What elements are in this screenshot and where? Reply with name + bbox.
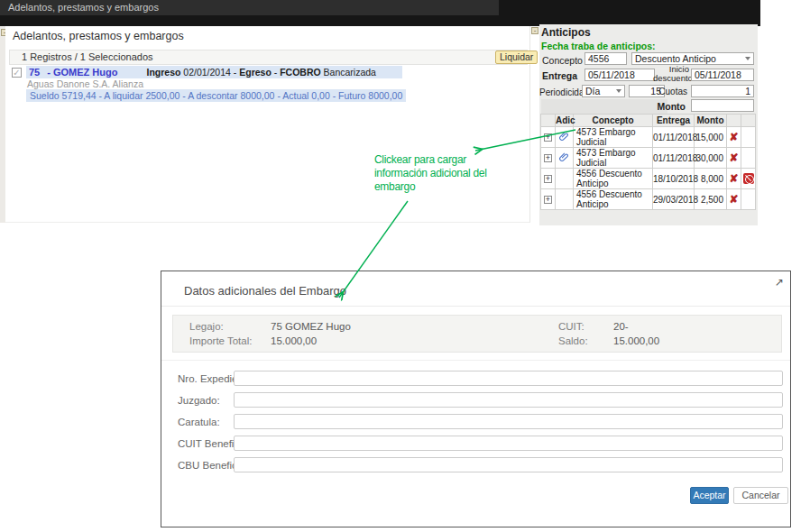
table-row: 4556 Descuento Anticipo 29/03/2018 2,500… xyxy=(541,189,756,210)
cell-entrega: 18/10/2018 xyxy=(653,169,695,189)
expand-row-icon[interactable] xyxy=(544,154,552,162)
expand-row-icon[interactable] xyxy=(544,133,552,142)
table-header-spacer xyxy=(741,115,756,127)
modal-info-box: Legajo: 75 GOMEZ Hugo Importe Total: 15.… xyxy=(172,315,782,353)
concepto-select[interactable]: Descuento Anticipo xyxy=(631,52,754,65)
collapse-anticipos-icon[interactable] xyxy=(531,27,538,34)
employee-id: 75 xyxy=(29,67,40,78)
records-summary: 1 Registros / 1 Seleccionados xyxy=(22,51,153,62)
paperclip-adic-icon[interactable] xyxy=(559,152,569,162)
cuit-label: CUIT: xyxy=(558,321,584,332)
periodicidad-select[interactable]: Día xyxy=(582,85,625,97)
table-header-monto: Monto xyxy=(695,115,727,127)
annotation-note: Clickear para cargar información adicion… xyxy=(374,153,499,194)
periodicidad-select-value: Día xyxy=(585,86,600,96)
chevron-down-icon xyxy=(616,89,621,93)
cell-entrega: 01/11/2018 xyxy=(653,127,695,148)
saldo-label: Saldo: xyxy=(558,335,588,346)
delete-row-icon[interactable]: ✘ xyxy=(727,189,741,210)
employee-name: - GOMEZ Hugo xyxy=(47,67,117,78)
cell-monto: 8,000 xyxy=(695,169,727,189)
chevron-down-icon xyxy=(745,57,750,60)
cell-concepto: 4556 Descuento Anticipo xyxy=(574,169,653,189)
importe-total-value: 15.000,00 xyxy=(271,335,317,346)
anticipos-table: Adic Concepto Entrega Monto 4573 Embargo… xyxy=(540,114,756,210)
cell-concepto: 4556 Descuento Anticipo xyxy=(574,189,653,210)
record-checkbox[interactable] xyxy=(12,68,22,78)
employee-company: Aguas Danone S.A. Alianza xyxy=(27,78,143,89)
nro-expediente-input[interactable] xyxy=(234,371,783,386)
entrega-input[interactable] xyxy=(584,69,655,81)
legajo-value: 75 GOMEZ Hugo xyxy=(271,321,351,332)
cuit-value: 20- xyxy=(613,321,629,332)
window-title: Adelantos, prestamos y embargos xyxy=(0,0,499,15)
cuotas-input[interactable] xyxy=(691,85,754,97)
cell-monto: 15,000 xyxy=(695,127,727,148)
anticipos-title: Anticipos xyxy=(541,26,591,39)
monto-input[interactable] xyxy=(691,99,754,112)
cancelar-button[interactable]: Cancelar xyxy=(733,487,788,504)
modal-separator xyxy=(161,360,790,361)
table-row: 4556 Descuento Anticipo 18/10/2018 8,000… xyxy=(541,169,756,189)
paperclip-adic-icon[interactable] xyxy=(559,132,569,142)
table-row: 4573 Embargo Judicial 01/11/2018 15,000 … xyxy=(541,127,756,148)
cuit-beneficiario-input[interactable] xyxy=(234,436,783,451)
page-title: Adelantos, prestamos y embargos xyxy=(13,30,184,42)
juzgado-label: Juzgado: xyxy=(178,395,220,406)
blocked-icon[interactable] xyxy=(743,173,754,184)
anticipos-subtitle: Fecha traba de anticipos: xyxy=(541,41,656,51)
table-header-adic: Adic xyxy=(556,115,574,127)
concepto-label: Concepto xyxy=(542,55,583,66)
modal-expand-icon[interactable]: ↗ xyxy=(775,276,784,289)
liquidar-button[interactable]: Liquidar xyxy=(495,50,538,64)
importe-total-label: Importe Total: xyxy=(189,335,252,346)
expand-row-icon[interactable] xyxy=(544,196,552,204)
entrega-label: Entrega xyxy=(542,70,577,81)
cell-entrega: 01/11/2018 xyxy=(653,148,695,169)
delete-row-icon[interactable]: ✘ xyxy=(727,127,741,148)
delete-row-icon[interactable]: ✘ xyxy=(727,169,741,189)
table-header-concepto: Concepto xyxy=(574,115,653,127)
cell-entrega: 29/03/2018 xyxy=(653,189,695,210)
cell-monto: 2,500 xyxy=(695,189,727,210)
juzgado-input[interactable] xyxy=(234,392,783,408)
cell-monto: 30,000 xyxy=(695,148,727,169)
saldo-value: 15.000,00 xyxy=(613,335,659,346)
record-row[interactable]: 75- GOMEZ HugoIngreso 02/01/2014 - Egres… xyxy=(26,66,402,78)
inicio-descuento-input[interactable] xyxy=(691,69,754,81)
legajo-label: Legajo: xyxy=(189,321,224,332)
embargo-modal: Datos adicionales del Embargo ↗ Legajo: … xyxy=(161,271,791,527)
cbu-beneficiario-input[interactable] xyxy=(234,457,783,472)
monto-label: Monto xyxy=(622,101,686,112)
modal-title: Datos adicionales del Embargo xyxy=(184,284,346,298)
caratula-input[interactable] xyxy=(234,414,783,429)
concepto-select-value: Descuento Anticipo xyxy=(635,53,716,64)
inicio-descuento-label: Inicio descuento xyxy=(653,65,689,84)
cell-concepto: 4573 Embargo Judicial xyxy=(574,148,653,169)
table-header-entrega: Entrega xyxy=(653,115,695,127)
delete-row-icon[interactable]: ✘ xyxy=(727,148,741,169)
cuotas-label: Cuotas xyxy=(644,87,687,96)
expand-row-icon[interactable] xyxy=(544,175,552,183)
employee-status: Ingreso 02/01/2014 - Egreso - FCOBRO Ban… xyxy=(146,67,376,78)
modal-separator xyxy=(161,306,790,307)
cell-concepto: 4573 Embargo Judicial xyxy=(574,127,653,148)
concepto-code-input[interactable] xyxy=(584,52,627,65)
table-header-spacer xyxy=(727,115,741,127)
table-header-spacer xyxy=(541,115,556,127)
table-row: 4573 Embargo Judicial 01/11/2018 30,000 … xyxy=(541,148,756,169)
aceptar-button[interactable]: Aceptar xyxy=(690,487,729,504)
table-header-row: Adic Concepto Entrega Monto xyxy=(541,115,756,127)
caratula-label: Caratula: xyxy=(178,417,220,427)
employee-sueldo-line: Sueldo 5719,44 - A liquidar 2500,00 - A … xyxy=(26,89,406,102)
